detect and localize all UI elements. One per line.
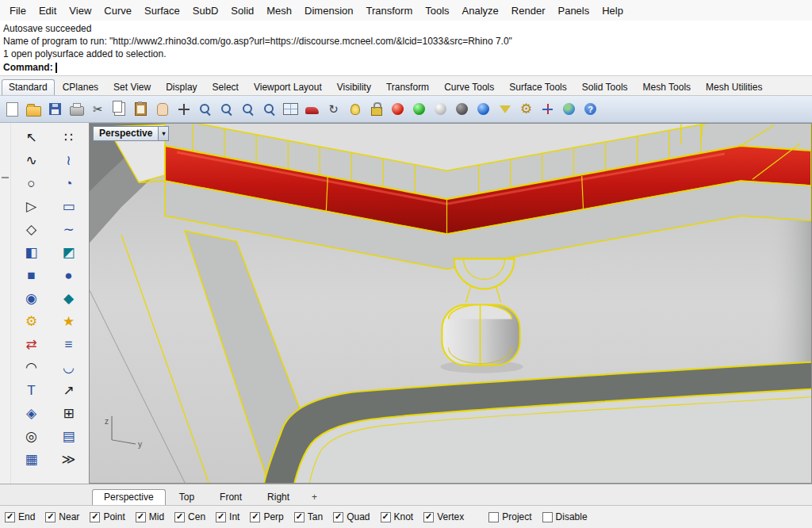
circle-icon[interactable]: ○	[27, 177, 35, 190]
explode-icon[interactable]: ★	[63, 315, 75, 328]
osnap-quad[interactable]: Quad	[333, 511, 370, 522]
rendered-display-icon[interactable]	[452, 98, 472, 120]
osnap-tan[interactable]: Tan	[294, 511, 323, 522]
menu-help[interactable]: Help	[596, 2, 630, 19]
layer-state-icon[interactable]: ▦	[25, 453, 37, 466]
move-icon[interactable]	[174, 98, 193, 120]
arc-icon[interactable]: ◔	[64, 177, 72, 190]
toolbar-tab-standard[interactable]: Standard	[2, 79, 55, 95]
render-preview-icon[interactable]	[409, 98, 429, 120]
osnap-near[interactable]: Near	[45, 511, 79, 522]
toolbar-tab-transform[interactable]: Transform	[379, 79, 436, 95]
menu-subd[interactable]: SubD	[186, 2, 225, 19]
menu-transform[interactable]: Transform	[359, 2, 419, 19]
scale-icon[interactable]: ⇄	[25, 338, 36, 351]
checkbox[interactable]	[333, 512, 343, 522]
render-icon[interactable]	[388, 98, 408, 120]
sidebar-grip[interactable]	[2, 177, 9, 178]
toolbar-tab-visibility[interactable]: Visibility	[330, 79, 378, 95]
command-area[interactable]: Autosave succeededName of program to run…	[0, 21, 812, 76]
osnap-knot[interactable]: Knot	[381, 511, 414, 522]
zoom-extents-icon[interactable]	[238, 98, 258, 120]
polyline-icon[interactable]: ▷	[26, 200, 36, 213]
menu-file[interactable]: File	[3, 2, 33, 19]
checkbox[interactable]	[294, 512, 304, 522]
selection-filter-icon[interactable]	[495, 98, 515, 120]
earth-icon[interactable]	[559, 98, 579, 120]
viewport-tab-perspective[interactable]: Perspective	[92, 489, 166, 505]
control-points-icon[interactable]: ∷	[64, 131, 73, 144]
curve-icon[interactable]: ∿	[25, 154, 36, 167]
checkbox[interactable]	[423, 512, 434, 522]
menu-render[interactable]: Render	[505, 2, 552, 19]
viewport-title-pill[interactable]: Perspective	[93, 126, 169, 141]
checkbox[interactable]	[216, 512, 226, 522]
grid-snap-icon[interactable]: ⊞	[63, 407, 74, 420]
menu-surface[interactable]: Surface	[138, 2, 186, 19]
toolbar-tab-set-view[interactable]: Set View	[106, 79, 158, 95]
gumball-icon[interactable]	[538, 98, 557, 120]
named-view-icon[interactable]	[302, 98, 322, 120]
select-arrow-icon[interactable]: ↖	[25, 131, 36, 144]
toolbar-tab-mesh-tools[interactable]: Mesh Tools	[636, 79, 698, 95]
zoom-icon[interactable]	[195, 98, 215, 120]
cut-icon[interactable]: ✂	[88, 98, 108, 120]
checkbox[interactable]	[381, 512, 391, 522]
osnap-int[interactable]: Int	[216, 511, 239, 522]
viewport-canvas[interactable]: z y	[90, 124, 811, 483]
new-document-icon[interactable]	[2, 98, 22, 120]
light-icon[interactable]	[345, 98, 365, 120]
viewport-dropdown-icon[interactable]	[159, 126, 169, 141]
toolbar-tab-solid-tools[interactable]: Solid Tools	[575, 79, 635, 95]
toolbar-tab-cplanes[interactable]: CPlanes	[56, 79, 105, 95]
osnap-end[interactable]: End	[5, 511, 35, 522]
viewport-tab-right[interactable]: Right	[255, 489, 301, 505]
checkbox[interactable]	[250, 512, 260, 522]
menu-edit[interactable]: Edit	[33, 2, 63, 19]
osnap-cen[interactable]: Cen	[174, 511, 205, 522]
viewport-title[interactable]: Perspective	[93, 126, 159, 141]
menu-solid[interactable]: Solid	[224, 2, 260, 19]
menu-view[interactable]: View	[63, 2, 98, 19]
toolbar-tab-surface-tools[interactable]: Surface Tools	[502, 79, 574, 95]
save-icon[interactable]	[45, 98, 65, 120]
checkbox[interactable]	[136, 512, 146, 522]
add-viewport-button[interactable]: +	[308, 491, 321, 505]
open-file-icon[interactable]	[24, 98, 44, 120]
blend-icon[interactable]: ◡	[63, 361, 75, 374]
loft-icon[interactable]: ◩	[62, 246, 75, 259]
toolbar-tab-display[interactable]: Display	[159, 79, 204, 95]
checkbox[interactable]	[5, 512, 15, 522]
osnap-perp[interactable]: Perp	[250, 511, 283, 522]
paste-icon[interactable]	[131, 98, 151, 120]
osnap-project[interactable]: Project	[488, 511, 531, 522]
cylinder-icon[interactable]: ◉	[25, 292, 37, 305]
checkbox[interactable]	[488, 512, 499, 522]
print-icon[interactable]	[67, 98, 86, 120]
text-icon[interactable]: T	[27, 384, 35, 397]
viewport-tab-top[interactable]: Top	[167, 489, 206, 505]
toolbar-tab-mesh-utilities[interactable]: Mesh Utilities	[699, 79, 769, 95]
osnap-vertex[interactable]: Vertex	[423, 511, 464, 522]
box-icon[interactable]: ■	[27, 269, 35, 282]
curve-boolean-icon[interactable]: ◈	[26, 407, 36, 420]
visibility-icon[interactable]: ◎	[25, 430, 37, 443]
toolbar-tab-viewport-layout[interactable]: Viewport Layout	[247, 79, 329, 95]
checkbox[interactable]	[45, 512, 56, 522]
toolbar-tab-curve-tools[interactable]: Curve Tools	[437, 79, 501, 95]
toolbar-tab-select[interactable]: Select	[205, 79, 246, 95]
osnap-point[interactable]: Point	[90, 511, 124, 522]
freeform-curve-icon[interactable]: ∼	[63, 223, 74, 236]
checkbox[interactable]	[542, 512, 553, 522]
osnap-mid[interactable]: Mid	[136, 511, 164, 522]
solid-icon[interactable]: ◆	[63, 292, 74, 305]
lock-icon[interactable]	[366, 98, 386, 120]
leader-icon[interactable]: ↗	[63, 384, 74, 397]
options-icon[interactable]: ⚙	[516, 98, 536, 120]
menu-analyze[interactable]: Analyze	[456, 2, 505, 19]
raytraced-display-icon[interactable]	[473, 98, 493, 120]
viewport-layout-icon[interactable]	[281, 98, 301, 120]
gears-icon[interactable]: ⚙	[25, 315, 37, 328]
copy-icon[interactable]	[109, 98, 129, 120]
command-prompt[interactable]: Command:	[3, 60, 809, 75]
